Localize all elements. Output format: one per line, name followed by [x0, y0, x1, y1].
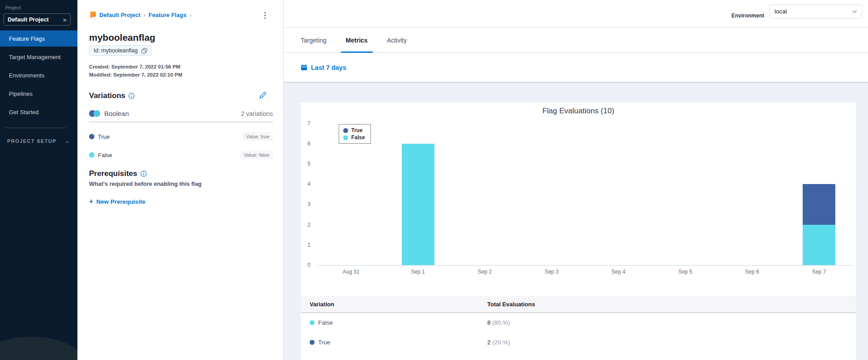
variation-name: True	[318, 339, 330, 346]
sidebar: Project Default Project » Feature FlagsT…	[0, 0, 77, 360]
evaluation-count: 8	[487, 319, 492, 326]
new-prerequisite-button[interactable]: + New Prerequisite	[89, 198, 145, 205]
sidebar-nav: Feature FlagsTarget ManagementEnvironmen…	[0, 30, 77, 122]
variation-value-chip: Value: true	[243, 132, 273, 141]
column-header-total-evaluations: Total Evaluations	[487, 301, 535, 308]
variation-dot-false	[89, 152, 94, 158]
bar-false-sep-1[interactable]	[402, 144, 434, 265]
x-axis-label-aug-31: Aug 31	[318, 269, 384, 275]
project-setup-label: PROJECT SETUP	[7, 138, 56, 144]
metrics-panel: Environment local TargetingMetricsActivi…	[284, 0, 868, 360]
flag-options-menu-button[interactable]	[260, 10, 270, 21]
variations-heading: Variations	[89, 91, 135, 100]
legend-label: True	[351, 127, 362, 134]
legend-dot-false	[343, 135, 348, 140]
variation-row-false: FalseValue: false	[89, 150, 273, 159]
variation-name: False	[98, 152, 240, 159]
date-range-label: Last 7 days	[311, 64, 346, 71]
sidebar-item-get-started[interactable]: Get Started	[0, 104, 77, 120]
variation-name: True	[98, 133, 243, 140]
tab-activity[interactable]: Activity	[387, 28, 407, 52]
evaluations-card: Flag Evaluations (10) TrueFalse 01234567…	[301, 103, 856, 360]
y-axis-tick-5: 5	[301, 161, 311, 167]
x-axis-line	[318, 265, 852, 266]
breadcrumb: Default Project›Feature Flags›	[89, 11, 191, 18]
x-axis-label-sep-4: Sep 4	[585, 269, 652, 275]
x-axis-label-sep-1: Sep 1	[384, 269, 451, 275]
bar-true-sep-7[interactable]	[803, 184, 835, 224]
info-icon[interactable]	[128, 93, 135, 99]
sidebar-item-target-management[interactable]: Target Management	[0, 49, 77, 65]
variation-type-row: Boolean 2 variations	[89, 110, 273, 117]
environment-select-value: local	[774, 8, 852, 15]
flag-created-date: Created: September 7, 2022 01:56 PM	[89, 64, 180, 69]
breadcrumb-link-feature-flags[interactable]: Feature Flags	[149, 12, 187, 18]
y-axis-tick-2: 2	[301, 222, 311, 228]
breadcrumb-separator: ›	[144, 12, 145, 18]
date-range-filter[interactable]: Last 7 days	[284, 53, 868, 82]
sidebar-divider	[5, 128, 66, 128]
evaluation-count: 2	[487, 339, 492, 346]
prerequisites-description: What's required before enabling this fla…	[89, 180, 202, 187]
legend-item-true: True	[343, 127, 365, 134]
table-row-true: True2 (20.%)	[301, 333, 856, 352]
legend-label: False	[351, 134, 365, 141]
variation-row-true: TrueValue: true	[89, 132, 273, 141]
project-label: Project	[5, 5, 21, 10]
evaluation-percent: (20.%)	[492, 339, 510, 346]
table-row-false: False8 (80.%)	[301, 313, 856, 333]
project-flag-icon	[89, 11, 96, 18]
environment-label: Environment	[732, 13, 764, 19]
calendar-icon	[301, 64, 307, 71]
table-cell-total-evaluations: 8 (80.%)	[487, 319, 510, 326]
edit-variations-button[interactable]	[258, 91, 268, 101]
evaluations-table-header: Variation Total Evaluations	[301, 296, 856, 313]
x-axis-label-sep-2: Sep 2	[451, 269, 518, 275]
y-axis-tick-4: 4	[301, 181, 311, 187]
plus-icon: +	[89, 198, 93, 205]
variation-value-chip: Value: false	[240, 150, 273, 159]
flag-id-text: Id: mybooleanflag	[94, 47, 138, 54]
variation-dot-true	[89, 134, 94, 139]
sidebar-item-project-setup[interactable]: PROJECT SETUP ⌄	[7, 137, 70, 144]
table-cell-variation: True	[310, 339, 330, 346]
breadcrumb-link-default-project[interactable]: Default Project	[99, 12, 140, 18]
copy-icon[interactable]	[141, 48, 147, 54]
chevron-down-icon: ⌄	[65, 137, 70, 144]
flag-detail-panel: Default Project›Feature Flags› myboolean…	[77, 0, 284, 360]
flag-modified-date: Modified: September 7, 2022 02:10 PM	[89, 72, 182, 77]
variation-dot-true	[310, 340, 315, 345]
project-selector[interactable]: Default Project »	[4, 13, 71, 26]
y-axis-tick-7: 7	[301, 120, 311, 127]
y-axis-tick-1: 1	[301, 242, 311, 248]
sidebar-item-pipelines[interactable]: Pipelines	[0, 86, 77, 102]
breadcrumb-separator: ›	[190, 12, 191, 18]
y-axis-tick-3: 3	[301, 201, 311, 207]
x-axis-label-sep-7: Sep 7	[786, 269, 852, 275]
sidebar-item-feature-flags[interactable]: Feature Flags	[0, 30, 77, 47]
flag-id-chip[interactable]: Id: mybooleanflag	[89, 45, 152, 56]
bar-false-sep-7[interactable]	[803, 225, 835, 265]
sidebar-decoration	[0, 337, 77, 360]
chart-legend: TrueFalse	[339, 124, 371, 144]
double-chevron-right-icon: »	[63, 16, 67, 23]
info-icon[interactable]	[140, 171, 147, 177]
project-selector-value: Default Project	[8, 16, 63, 23]
y-axis-tick-6: 6	[301, 141, 311, 147]
boolean-type-icon	[89, 110, 100, 117]
divider	[89, 122, 273, 122]
tab-metrics[interactable]: Metrics	[346, 28, 368, 52]
table-cell-total-evaluations: 2 (20.%)	[487, 339, 510, 346]
variation-type-label: Boolean	[104, 110, 241, 117]
tab-targeting[interactable]: Targeting	[301, 28, 327, 52]
evaluation-percent: (80.%)	[492, 319, 510, 326]
sidebar-item-environments[interactable]: Environments	[0, 67, 77, 83]
environment-select[interactable]: local	[770, 4, 862, 18]
prerequisites-heading: Prerequisites	[89, 169, 147, 178]
column-header-variation: Variation	[310, 301, 334, 308]
table-cell-variation: False	[310, 319, 333, 326]
metrics-content: Flag Evaluations (10) TrueFalse 01234567…	[284, 82, 868, 360]
flag-title: mybooleanflag	[89, 32, 155, 43]
environment-bar: Environment local	[284, 0, 868, 28]
y-axis-tick-0: 0	[301, 262, 311, 268]
